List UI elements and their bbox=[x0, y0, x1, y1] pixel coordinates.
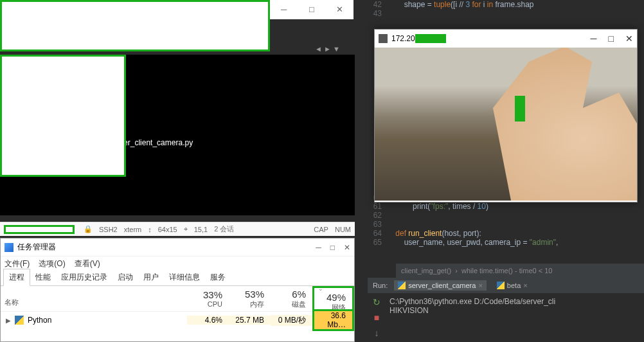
expand-icon[interactable]: ▶ bbox=[6, 317, 11, 324]
camera-feed bbox=[375, 48, 637, 201]
term-type: xterm bbox=[124, 226, 142, 233]
vid-maximize[interactable]: □ bbox=[609, 33, 614, 44]
tab-4[interactable]: 用户 bbox=[138, 269, 164, 285]
num-indicator: NUM bbox=[335, 226, 351, 233]
opencv-icon bbox=[379, 34, 388, 43]
opencv-window: 172.20xx ─ □ ✕ bbox=[374, 29, 638, 203]
taskmgr-tabs: 进程性能应用历史记录启动用户详细信息服务 bbox=[1, 271, 354, 286]
tab-0[interactable]: 进程 bbox=[3, 269, 30, 286]
stop-icon[interactable]: ■ bbox=[374, 312, 379, 323]
table-header: 名称 33%CPU 53%内存 6%磁盘 ⌄49%网络 bbox=[1, 286, 354, 312]
minimize-button[interactable]: ─ bbox=[270, 0, 298, 19]
caps-indicator: CAP bbox=[314, 226, 328, 233]
redacted-ip: xx bbox=[415, 34, 446, 43]
tab-6[interactable]: 服务 bbox=[205, 269, 231, 285]
scroll-arrows[interactable]: ◄ ► ▼ bbox=[315, 45, 340, 53]
taskmgr-icon bbox=[4, 243, 13, 252]
python-icon bbox=[497, 282, 505, 289]
run-tab-camera[interactable]: server_client_camera× bbox=[394, 280, 487, 291]
taskmgr-title: 任务管理器 bbox=[17, 242, 56, 253]
redacted-block-terminal bbox=[0, 55, 126, 177]
col-disk[interactable]: 6%磁盘 bbox=[271, 286, 312, 311]
console-output[interactable]: C:\Python36\python.exe D:/Code/Beta/serv… bbox=[386, 293, 644, 338]
ssh-label: SSH2 bbox=[99, 226, 118, 233]
maximize-button[interactable]: □ bbox=[298, 0, 325, 19]
tm-close[interactable]: ✕ bbox=[344, 243, 350, 252]
status-bar: 🔒 SSH2 xterm ↕64x15 ⌖15,1 2 会话 CAP NUM bbox=[0, 222, 355, 236]
cursor-pos: 15,1 bbox=[194, 226, 208, 233]
col-net[interactable]: ⌄49%网络 bbox=[312, 286, 354, 311]
proc-net: 36.6 Mb… bbox=[312, 309, 354, 331]
close-button[interactable]: ✕ bbox=[326, 0, 353, 19]
down-icon[interactable]: ↓ bbox=[375, 328, 379, 338]
vid-minimize[interactable]: ─ bbox=[591, 33, 597, 44]
tab-5[interactable]: 详细信息 bbox=[164, 269, 205, 285]
task-manager-window: 任务管理器 ─ □ ✕ 文件(F) 选项(O) 查看(V) 进程性能应用历史记录… bbox=[0, 238, 355, 342]
process-row-python[interactable]: ▶ Python 4.6% 25.7 MB 0 MB/秒 36.6 Mb… bbox=[1, 312, 354, 328]
run-toolbar: ↻ ■ ↓ bbox=[368, 293, 386, 338]
proc-mem: 25.7 MB bbox=[229, 316, 271, 325]
redacted-status bbox=[4, 225, 75, 234]
python-icon bbox=[15, 316, 24, 325]
chevron-down-icon: ⌄ bbox=[314, 285, 346, 292]
proc-name: Python bbox=[28, 316, 51, 325]
col-name[interactable]: 名称 bbox=[1, 286, 187, 311]
tm-maximize[interactable]: □ bbox=[330, 243, 335, 252]
run-panel: Run: server_client_camera× beta× ↻ ■ ↓ C… bbox=[368, 278, 644, 342]
window-ip: 172.20 bbox=[391, 34, 415, 43]
window-controls: ─ □ ✕ bbox=[270, 0, 353, 19]
redacted-block-top bbox=[0, 0, 270, 51]
menu-file[interactable]: 文件(F) bbox=[4, 258, 30, 269]
proc-cpu: 4.6% bbox=[187, 316, 229, 325]
session-count: 2 会话 bbox=[214, 224, 234, 234]
lock-icon: 🔒 bbox=[84, 225, 93, 233]
proc-disk: 0 MB/秒 bbox=[271, 315, 312, 326]
breadcrumb[interactable]: client_img_get()›while time.time() - tim… bbox=[396, 264, 644, 278]
tm-minimize[interactable]: ─ bbox=[316, 243, 321, 252]
col-cpu[interactable]: 33%CPU bbox=[187, 286, 229, 311]
run-tab-beta[interactable]: beta× bbox=[493, 280, 532, 291]
vid-close[interactable]: ✕ bbox=[625, 33, 633, 44]
python-icon bbox=[398, 282, 406, 289]
run-label: Run: bbox=[373, 282, 388, 289]
col-mem[interactable]: 53%内存 bbox=[229, 286, 271, 311]
tab-1[interactable]: 性能 bbox=[30, 269, 56, 285]
tab-2[interactable]: 应用历史记录 bbox=[56, 269, 112, 285]
term-size: 64x15 bbox=[158, 226, 177, 233]
rerun-icon[interactable]: ↻ bbox=[373, 297, 380, 307]
taskmgr-menu: 文件(F) 选项(O) 查看(V) bbox=[1, 256, 354, 271]
menu-options[interactable]: 选项(O) bbox=[39, 258, 65, 269]
menu-view[interactable]: 查看(V) bbox=[75, 258, 100, 269]
tab-3[interactable]: 启动 bbox=[112, 269, 138, 285]
